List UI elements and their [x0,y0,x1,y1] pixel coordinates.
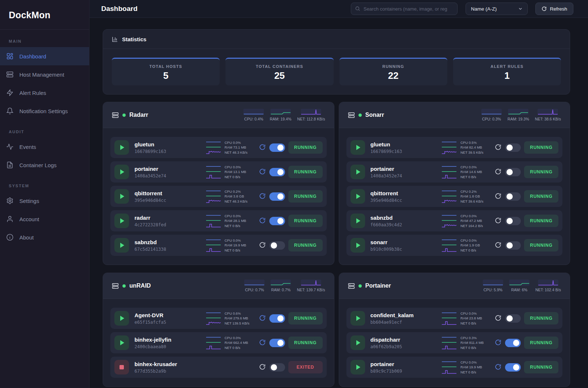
autorestart-toggle[interactable] [269,363,285,372]
restart-icon[interactable] [259,242,266,249]
container-ram: RAM 3.8 GB [225,194,255,199]
restart-icon[interactable] [259,217,266,224]
restart-icon[interactable] [259,315,266,322]
container-row: sonarr b910c009b38c CPU 0.0% RAM 1.9 GB … [346,235,563,256]
stat-card-value: 25 [274,71,285,80]
container-cpu: CPU 0.0% [225,335,255,341]
host-cpu-metric: CPU: 0.3% [481,109,502,121]
container-ram: RAM 13.1 MB [225,169,255,174]
autorestart-toggle[interactable] [269,217,285,225]
sidebar-item-container-logs[interactable]: Container Logs [0,156,89,174]
autorestart-toggle[interactable] [505,363,521,372]
autorestart-toggle[interactable] [269,143,285,152]
container-id: 16678699c163 [134,149,166,154]
status-badge: RUNNING [524,312,558,324]
restart-icon[interactable] [494,315,502,322]
host-metrics: CPU: 0.7% RAM: 0.7% NET: 139.7 KB/s [244,280,325,292]
container-id: e65f15afcfa5 [134,320,166,325]
container-stats: CPU 0.0% RAM 19.9 MB NET 0 B/s [460,360,491,375]
autorestart-toggle[interactable] [269,314,285,323]
container-id: f660aa39c4d2 [371,222,402,227]
play-button[interactable] [350,140,365,155]
restart-icon[interactable] [494,217,502,224]
container-cpu: CPU 0.5% [460,140,491,145]
play-button[interactable] [350,311,365,326]
autorestart-toggle[interactable] [269,241,285,250]
restart-icon[interactable] [494,193,502,200]
container-id: bb604ae91ecf [371,320,414,325]
host-net-label: NET: 38.6 KB/s [535,117,561,121]
play-button[interactable] [114,165,129,179]
sidebar-item-settings[interactable]: Settings [0,192,89,210]
host-status-dot [359,284,362,288]
play-button[interactable] [350,214,365,228]
container-sparkline [205,311,221,326]
play-button[interactable] [350,360,365,374]
play-button[interactable] [114,335,129,350]
autorestart-toggle[interactable] [505,143,521,152]
sidebar-item-events[interactable]: Events [0,138,89,156]
sidebar-item-dashboard[interactable]: Dashboard [0,47,89,65]
container-sparkline [441,360,457,375]
autorestart-toggle[interactable] [269,192,285,201]
container-net: NET 39.5 KB/s [460,150,491,155]
play-button[interactable] [114,238,129,253]
autorestart-toggle[interactable] [269,168,285,176]
stop-button[interactable] [114,360,129,374]
play-button[interactable] [350,335,365,350]
play-button[interactable] [114,311,129,326]
activity-icon [6,143,14,150]
host-ram-metric: RAM: 19.3% [508,109,529,121]
play-button[interactable] [350,165,365,179]
play-button[interactable] [114,140,129,155]
restart-icon[interactable] [494,242,502,249]
toggle-knob [513,364,519,370]
restart-icon[interactable] [494,364,502,371]
autorestart-toggle[interactable] [505,241,521,250]
sidebar-item-alert-rules[interactable]: Alert Rules [0,84,89,102]
ram-sparkline [270,280,291,286]
play-button[interactable] [350,189,365,204]
play-button[interactable] [114,214,129,228]
host-net-label: NET: 102.4 B/s [535,288,561,292]
restart-icon[interactable] [259,193,266,200]
play-button[interactable] [114,189,129,204]
restart-icon[interactable] [259,144,266,151]
sidebar-item-host-management[interactable]: Host Management [0,65,89,84]
container-ram: RAM 19.9 MB [225,243,255,248]
sort-select[interactable]: Name (A-Z) [466,3,528,15]
autorestart-toggle[interactable] [505,339,521,347]
restart-icon[interactable] [259,364,266,371]
host-card-header: unRAID CPU: 0.7% RAM: 0.7% NET: 139.7 KB… [103,273,334,299]
autorestart-toggle[interactable] [505,168,521,176]
restart-icon[interactable] [494,339,502,346]
restart-icon[interactable] [259,168,266,176]
host-net-metric: NET: 38.6 KB/s [535,109,561,121]
autorestart-toggle[interactable] [505,192,521,201]
autorestart-toggle[interactable] [505,314,521,323]
host-name: Portainer [365,283,391,289]
host-card-radarr: Radarr CPU: 0.4% RAM: 19.4% NET: 112.8 K… [103,102,334,265]
autorestart-toggle[interactable] [269,339,285,347]
container-cpu: CPU 0.0% [460,214,491,219]
sidebar-item-about[interactable]: About [0,228,89,246]
restart-icon[interactable] [259,339,266,346]
container-net: NET 139.5 KB/s [225,321,255,326]
restart-icon[interactable] [494,144,502,151]
container-net: NET 164.2 B/s [460,223,491,228]
sidebar-item-notification-settings[interactable]: Notification Settings [0,102,89,120]
sidebar-item-account[interactable]: Account [0,210,89,228]
host-cpu-label: CPU: 0.4% [244,117,263,121]
play-button[interactable] [350,238,365,253]
status-badge: EXITED [288,361,323,373]
cpu-sparkline [483,280,503,286]
container-id: 677d355b2a9b [134,369,177,374]
autorestart-toggle[interactable] [505,217,521,225]
container-sparkline [441,311,457,326]
restart-icon[interactable] [494,168,502,176]
refresh-button[interactable]: Refresh [535,3,573,15]
search-input[interactable] [351,3,458,15]
toggle-knob [271,242,277,249]
sidebar-section-label: MAIN [9,39,80,43]
host-status-dot [122,114,126,117]
